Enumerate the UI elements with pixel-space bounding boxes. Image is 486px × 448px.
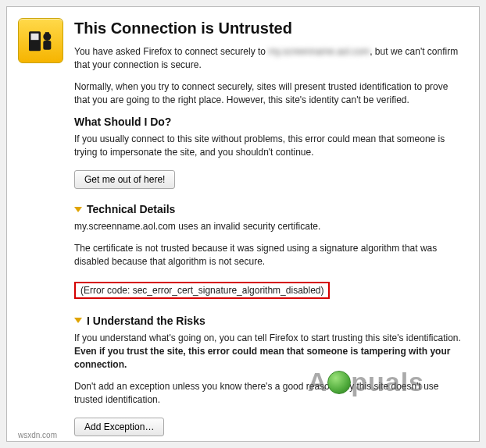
- chevron-down-icon: [74, 207, 82, 212]
- body-column: This Connection is Untrusted You have as…: [74, 18, 463, 439]
- tech-para-1: my.screenname.aol.com uses an invalid se…: [74, 220, 463, 233]
- intro-site-blurred: my.screenname.aol.com: [268, 46, 370, 57]
- source-url-watermark: wsxdn.com: [18, 431, 57, 439]
- get-me-out-button[interactable]: Get me out of here!: [74, 170, 175, 189]
- risks-text-b-strong: Even if you trust the site, this error c…: [74, 346, 450, 370]
- add-exception-button[interactable]: Add Exception…: [74, 418, 164, 436]
- tech-para-2: The certificate is not trusted because i…: [74, 242, 463, 269]
- understand-risks-label: I Understand the Risks: [87, 315, 205, 327]
- error-code-highlight: (Error code: sec_error_cert_signature_al…: [74, 282, 330, 299]
- technical-details-toggle[interactable]: Technical Details: [74, 203, 463, 215]
- svg-rect-1: [31, 34, 39, 40]
- untrusted-connection-panel: This Connection is Untrusted You have as…: [6, 6, 480, 442]
- risks-paragraph-1: If you understand what's going on, you c…: [74, 332, 463, 372]
- intro-paragraph: You have asked Firefox to connect secure…: [74, 45, 463, 73]
- chevron-down-icon: [74, 318, 82, 323]
- warning-icon-wrap: [18, 18, 63, 63]
- intro-text-a: You have asked Firefox to connect secure…: [74, 46, 268, 57]
- police-warning-icon: [18, 18, 63, 63]
- svg-rect-3: [43, 41, 51, 50]
- what-paragraph: If you usually connect to this site with…: [74, 133, 463, 160]
- content-row: This Connection is Untrusted You have as…: [18, 18, 463, 439]
- risks-text-a: If you understand what's going on, you c…: [74, 332, 461, 343]
- understand-risks-toggle[interactable]: I Understand the Risks: [74, 315, 463, 327]
- passport-officer-icon: [25, 25, 56, 56]
- risks-paragraph-2: Don't add an exception unless you know t…: [74, 380, 463, 407]
- normally-paragraph: Normally, when you try to connect secure…: [74, 80, 463, 108]
- what-should-i-do-heading: What Should I Do?: [74, 116, 463, 128]
- page-title: This Connection is Untrusted: [74, 20, 463, 37]
- svg-rect-4: [45, 32, 49, 34]
- technical-details-label: Technical Details: [87, 203, 175, 215]
